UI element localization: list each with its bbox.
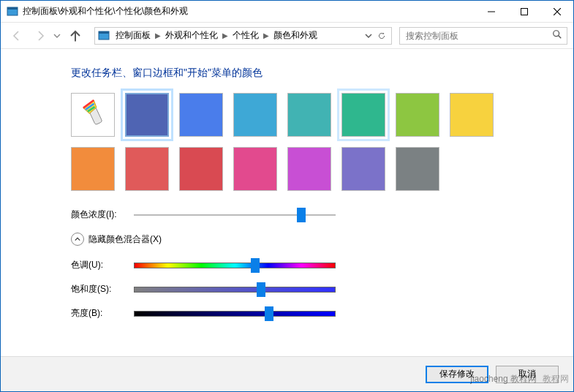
slider-track: [134, 263, 336, 268]
slider-thumb[interactable]: [257, 282, 265, 297]
watermark: jiaocheng 教程网 教程网: [470, 373, 569, 385]
mixer-toggle-label: 隐藏颜色混合器(X): [88, 233, 162, 246]
color-swatch[interactable]: [450, 93, 494, 137]
breadcrumb[interactable]: 控制面板: [113, 29, 154, 42]
color-swatch-automatic[interactable]: [71, 93, 115, 137]
search-icon[interactable]: [552, 29, 562, 42]
saturation-row: 饱和度(S):: [71, 283, 556, 295]
color-swatch[interactable]: [341, 147, 385, 191]
svg-rect-3: [521, 8, 527, 15]
intensity-row: 颜色浓度(I):: [71, 208, 556, 221]
chevron-right-icon: ▶: [154, 31, 162, 39]
app-icon: [7, 6, 18, 18]
color-swatch[interactable]: [179, 93, 223, 137]
chevron-up-icon: [71, 233, 84, 246]
address-icon: [98, 30, 110, 42]
window-title: 控制面板\外观和个性化\个性化\颜色和外观: [23, 5, 475, 18]
back-button[interactable]: [7, 26, 27, 46]
chevron-down-icon: [365, 32, 372, 39]
breadcrumb[interactable]: 颜色和外观: [271, 29, 320, 42]
slider-thumb[interactable]: [251, 258, 260, 273]
color-swatch[interactable]: [287, 93, 331, 137]
hue-label: 色调(U):: [71, 259, 134, 271]
brightness-row: 亮度(B):: [71, 307, 556, 320]
refresh-icon[interactable]: [378, 32, 385, 39]
color-swatch[interactable]: [71, 147, 115, 191]
chevron-right-icon: ▶: [262, 31, 271, 39]
color-swatch[interactable]: [179, 147, 223, 191]
automatic-color-icon: [78, 98, 108, 132]
address-bar[interactable]: 控制面板 ▶ 外观和个性化 ▶ 个性化 ▶ 颜色和外观: [94, 27, 392, 45]
saturation-slider[interactable]: [134, 284, 336, 295]
color-swatch[interactable]: [233, 93, 277, 137]
color-swatch[interactable]: [341, 93, 385, 137]
brightness-slider[interactable]: [134, 309, 336, 319]
forward-button[interactable]: [30, 26, 50, 46]
breadcrumb[interactable]: 个性化: [230, 29, 262, 42]
chevron-right-icon: ▶: [221, 31, 230, 39]
maximize-button[interactable]: [507, 1, 540, 22]
search-box[interactable]: [399, 27, 567, 45]
nav-bar: 控制面板 ▶ 外观和个性化 ▶ 个性化 ▶ 颜色和外观: [1, 23, 573, 49]
address-dropdown[interactable]: [365, 32, 388, 39]
svg-rect-1: [7, 7, 18, 10]
saturation-label: 饱和度(S):: [71, 283, 134, 295]
svg-point-8: [554, 31, 559, 37]
color-swatch[interactable]: [287, 147, 331, 191]
color-swatch[interactable]: [125, 93, 169, 137]
intensity-slider[interactable]: [134, 210, 336, 220]
search-input[interactable]: [404, 30, 552, 42]
mixer-toggle[interactable]: 隐藏颜色混合器(X): [71, 233, 556, 246]
content-area: 更改任务栏、窗口边框和"开始"菜单的颜色 颜色浓度(I): 隐藏颜色混合器(X)…: [1, 49, 573, 356]
watermark-text: jiaocheng 教程网: [470, 373, 537, 385]
slider-thumb[interactable]: [297, 208, 306, 222]
slider-thumb[interactable]: [265, 306, 273, 321]
brightness-label: 亮度(B):: [71, 307, 134, 320]
svg-rect-7: [99, 31, 109, 34]
hue-slider[interactable]: [134, 260, 336, 271]
intensity-label: 颜色浓度(I):: [71, 208, 134, 221]
svg-line-9: [559, 36, 562, 39]
color-swatch[interactable]: [396, 147, 439, 191]
breadcrumb[interactable]: 外观和个性化: [162, 29, 221, 42]
page-heading: 更改任务栏、窗口边框和"开始"菜单的颜色: [71, 67, 556, 80]
recent-dropdown[interactable]: [53, 32, 64, 39]
color-swatch-grid: [71, 93, 524, 191]
slider-track: [134, 287, 336, 293]
up-button[interactable]: [67, 27, 84, 45]
window-root: 控制面板\外观和个性化\个性化\颜色和外观 控制面板 ▶ 外观和个性化 ▶ 个性…: [0, 0, 574, 392]
watermark-text: 教程网: [543, 373, 569, 385]
minimize-button[interactable]: [475, 1, 507, 22]
color-swatch[interactable]: [125, 147, 169, 191]
window-controls: [475, 1, 573, 22]
color-swatch[interactable]: [233, 147, 277, 191]
close-button[interactable]: [540, 1, 573, 22]
hue-row: 色调(U):: [71, 259, 556, 271]
slider-track: [134, 311, 336, 317]
color-swatch[interactable]: [396, 93, 439, 137]
titlebar: 控制面板\外观和个性化\个性化\颜色和外观: [1, 1, 573, 23]
